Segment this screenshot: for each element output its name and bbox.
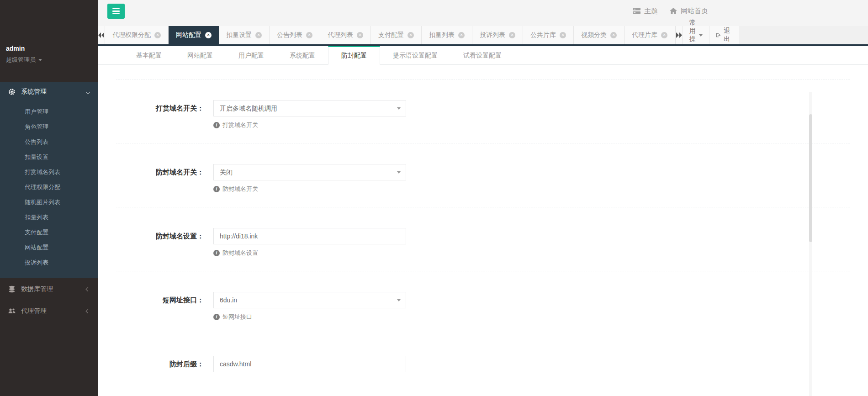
tab-label: 代理权限分配 (112, 31, 151, 39)
tab-label: 网站配置 (176, 31, 201, 39)
logout-icon (716, 32, 720, 38)
user-role-label: 超级管理员 (6, 56, 36, 64)
info-icon (213, 186, 220, 192)
sidebar-subitem[interactable]: 投诉列表 (0, 255, 98, 270)
field-label: 短网址接口： (116, 292, 204, 321)
main-content: 基本配置 网站配置 用户配置 系统配置 防封配置 提示语设置配置 试看设置配置 … (98, 46, 868, 396)
workspace-tab[interactable]: 代理权限分配 (105, 26, 169, 44)
info-icon (213, 122, 220, 128)
sidebar-item-database-management[interactable]: 数据库管理 (0, 278, 98, 300)
field-control[interactable]: casdw.html (213, 356, 406, 372)
sidebar-item-system-management[interactable]: 系统管理 (0, 82, 98, 101)
tab-label: 扣量设置 (226, 31, 252, 39)
content-scrollbar[interactable] (809, 92, 812, 396)
workspace-tab[interactable]: 视频分类 (574, 26, 625, 44)
field-control[interactable]: http://di18.ink (213, 228, 406, 244)
workspace-tab[interactable]: 公共片库 (523, 26, 574, 44)
config-tab[interactable]: 基本配置 (123, 46, 175, 64)
close-icon[interactable] (154, 32, 161, 38)
close-icon[interactable] (255, 32, 262, 38)
username: admin (6, 45, 98, 52)
help-text: 打赏域名开关 (222, 121, 258, 129)
sidebar-subitem[interactable]: 公告列表 (0, 134, 98, 149)
users-icon (8, 307, 16, 315)
form-row: 打赏域名开关： 开启多域名随机调用 打赏域名开关 (116, 79, 850, 143)
common-actions-dropdown[interactable]: 常用操作 (683, 26, 709, 44)
form-row: 防封域名开关： 关闭 防封域名开关 (116, 143, 850, 207)
sidebar-item-agent-management[interactable]: 代理管理 (0, 300, 98, 322)
tab-label: 公告列表 (277, 31, 302, 39)
info-icon (213, 314, 220, 320)
config-tab[interactable]: 提示语设置配置 (380, 46, 450, 64)
home-icon (670, 8, 677, 14)
tab-label: 投诉列表 (480, 31, 505, 39)
field-control[interactable]: 关闭 (213, 164, 406, 180)
workspace-tab[interactable]: 投诉列表 (472, 26, 523, 44)
config-tab[interactable]: 网站配置 (175, 46, 226, 64)
field-control[interactable]: 6du.in (213, 292, 406, 308)
config-tab[interactable]: 系统配置 (277, 46, 328, 64)
field-label: 打赏域名开关： (116, 100, 204, 129)
admin-app: admin 超级管理员 系统管理 用户管理 角色管理 (0, 0, 868, 396)
field-help: 防封域名设置 (213, 249, 406, 257)
field-control[interactable]: 开启多域名随机调用 (213, 100, 406, 116)
workspace-tab[interactable]: 公告列表 (270, 26, 320, 44)
sidebar-toggle-button[interactable] (107, 4, 125, 19)
info-icon (213, 250, 220, 256)
sidebar-subitem[interactable]: 网站配置 (0, 240, 98, 255)
sidebar-subitem[interactable]: 支付配置 (0, 225, 98, 240)
workspace-tab[interactable]: 扣量设置 (219, 26, 270, 44)
sidebar-subitem[interactable]: 用户管理 (0, 104, 98, 119)
workspace-tabs: 代理权限分配 网站配置 扣量设置 公告列表 (105, 26, 675, 44)
sidebar: admin 超级管理员 系统管理 用户管理 角色管理 (0, 0, 98, 396)
close-icon[interactable] (458, 32, 465, 38)
workspace-tab[interactable]: 代理片库 (625, 26, 675, 44)
field-value: casdw.html (220, 360, 251, 368)
workspace-tab[interactable]: 扣量列表 (422, 26, 472, 44)
theme-menu[interactable]: 主题 (633, 7, 658, 16)
scrollbar-thumb[interactable] (809, 114, 812, 242)
sidebar-subitem[interactable]: 随机图片列表 (0, 195, 98, 210)
sidebar-subitem[interactable]: 扣量设置 (0, 149, 98, 164)
field-value: 6du.in (220, 296, 237, 304)
field-value: 关闭 (220, 169, 233, 176)
sidebar-subitem[interactable]: 角色管理 (0, 119, 98, 134)
sidebar-subitem[interactable]: 扣量列表 (0, 210, 98, 225)
close-icon[interactable] (509, 32, 515, 38)
tab-label: 视频分类 (581, 31, 607, 39)
field-help: 短网址接口 (213, 313, 406, 321)
caret-down-icon (397, 107, 401, 111)
config-tab[interactable]: 防封配置 (328, 46, 380, 65)
help-text: 短网址接口 (222, 313, 252, 321)
config-tab[interactable]: 试看设置配置 (450, 46, 514, 64)
close-icon[interactable] (408, 32, 414, 38)
tabs-scroll-left-button[interactable] (98, 26, 105, 44)
config-form: 打赏域名开关： 开启多域名随机调用 打赏域名开关 防封域名开关： (116, 65, 850, 386)
tab-label: 扣量列表 (429, 31, 455, 39)
workspace-tab[interactable]: 网站配置 (169, 26, 219, 44)
theme-label: 主题 (644, 7, 658, 16)
tab-label: 支付配置 (378, 31, 404, 39)
field-value: 开启多域名随机调用 (220, 105, 277, 112)
workspace-tab[interactable]: 支付配置 (371, 26, 422, 44)
tab-label: 公共片库 (530, 31, 556, 39)
close-icon[interactable] (306, 32, 312, 38)
field-value: http://di18.ink (220, 232, 258, 240)
caret-down-icon (397, 171, 401, 175)
site-home-label: 网站首页 (681, 7, 708, 16)
site-home-link[interactable]: 网站首页 (670, 7, 708, 16)
close-icon[interactable] (357, 32, 363, 38)
field-help: 防封域名开关 (213, 185, 406, 193)
close-icon[interactable] (205, 32, 212, 38)
close-icon[interactable] (560, 32, 566, 38)
system-submenu: 用户管理 角色管理 公告列表 扣量设置 打赏域名列表 代理权限分配 随机图片列表… (0, 101, 98, 272)
user-role-dropdown[interactable]: 超级管理员 (6, 56, 98, 64)
close-icon[interactable] (661, 32, 667, 38)
sidebar-subitem[interactable]: 代理权限分配 (0, 180, 98, 195)
workspace-tab[interactable]: 代理列表 (320, 26, 371, 44)
sidebar-subitem[interactable]: 打赏域名列表 (0, 164, 98, 180)
tabs-scroll-right-button[interactable] (675, 26, 683, 44)
logout-button[interactable]: 退出 (709, 26, 739, 44)
config-tab[interactable]: 用户配置 (226, 46, 277, 64)
close-icon[interactable] (610, 32, 617, 38)
